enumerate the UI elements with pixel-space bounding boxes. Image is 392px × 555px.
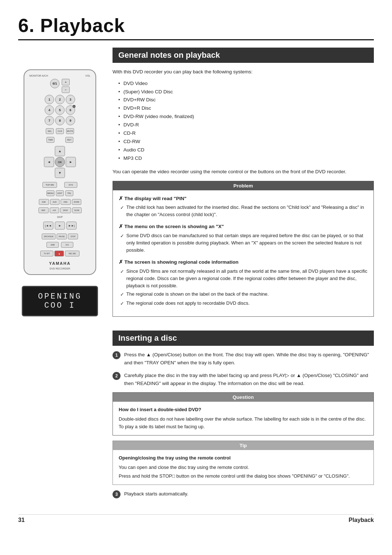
list-item: (Super) Video CD Disc — [118, 88, 374, 96]
btn-skip-fwd[interactable]: ►►| — [66, 222, 77, 230]
outro-text: You can operate the video recorder using… — [113, 168, 374, 176]
btn-shuffle[interactable]: SHUF — [60, 207, 71, 213]
btn-2[interactable]: 2 — [55, 95, 65, 104]
btn-down[interactable]: ▼ — [55, 168, 65, 178]
btn-repeat[interactable]: REP — [38, 207, 49, 213]
btn-tvshift[interactable]: TV SFT — [40, 251, 53, 256]
btn-angle[interactable]: ANG — [61, 199, 71, 205]
footer-chapter: Playback — [349, 517, 374, 523]
btn-ab[interactable]: A-B — [50, 207, 59, 213]
right-column: General notes on playback With this DVD … — [113, 48, 374, 503]
btn-skip-back[interactable]: |◄◄ — [43, 222, 53, 230]
btn-topmenu[interactable]: TOP MN — [42, 182, 57, 188]
question-subtitle: How do I insert a double-sided DVD? — [119, 406, 368, 414]
tip-subtitle: Opening/closing the tray using the remot… — [119, 454, 368, 462]
btn-rec[interactable]: ● — [54, 251, 64, 256]
check-item-1-1: ✓ The child lock has been activated for … — [120, 204, 368, 218]
btn-7[interactable]: 7 — [45, 116, 54, 125]
main-layout: MONITOR A/CH VOL 6/1 + − 1 2 3 4 5 — [18, 48, 374, 503]
btn-clear[interactable]: CLR — [56, 128, 64, 134]
list-item: DVD-R — [118, 121, 374, 129]
inserting-disc-header: Inserting a disc — [113, 331, 374, 346]
btn-9[interactable]: 9 — [66, 116, 75, 125]
remote-control: MONITOR A/CH VOL 6/1 + − 1 2 3 4 5 — [24, 69, 96, 275]
btn-ch-down[interactable]: − — [62, 86, 70, 93]
btn-search[interactable]: SRCH/SLW — [42, 234, 56, 239]
transport-controls: |◄◄ ► ►►| — [29, 222, 90, 230]
btn-audio[interactable]: AUD — [50, 199, 60, 205]
list-item: DVD+R Disc — [118, 104, 374, 113]
btn-return[interactable]: RET — [65, 137, 73, 143]
tip-line-2: Press and hold the STOP□ button on the r… — [119, 473, 368, 480]
list-item: MP3 CD — [118, 154, 374, 163]
list-item: CD-R — [118, 129, 374, 138]
btn-recmode[interactable]: REC MD — [65, 251, 79, 256]
btn-trl[interactable]: TRL — [65, 190, 73, 196]
problem-title-1: ✗ The display will read "PIN" — [119, 195, 368, 203]
problem-title-3: ✗ The screen is showing regional code in… — [119, 258, 368, 266]
list-item: DVD Video — [118, 80, 374, 88]
btn-pause[interactable]: PAUSE — [57, 234, 67, 239]
btn-subtitle[interactable]: SUB — [39, 199, 49, 205]
header-rule — [18, 39, 374, 40]
btn-scan[interactable]: SCAN — [72, 207, 82, 213]
btn-menu[interactable]: MENU — [46, 190, 54, 196]
menu-edit-trl: MENU EDIT TRL — [29, 190, 90, 196]
btn-zoom[interactable]: ZOOM — [72, 199, 81, 205]
check-text-3-2: The regional code is shown on the label … — [126, 291, 269, 298]
tip-box-header: Tip — [113, 441, 373, 450]
question-box: Question How do I insert a double-sided … — [113, 392, 374, 435]
check-item-2-1: ✓ Some DVD discs can be manufactured so … — [120, 232, 368, 254]
btn-left[interactable]: ◄ — [44, 157, 54, 167]
step-1-num: 1 — [113, 351, 121, 359]
btn-1[interactable]: 1 — [45, 95, 54, 104]
problem-title-2: ✗ The menu on the screen is showing an "… — [119, 223, 368, 231]
btn-select[interactable]: SEL — [46, 128, 54, 134]
btn-3[interactable]: 3 — [66, 95, 75, 104]
page-container: 6. Playback MONITOR A/CH VOL 6/1 + − — [0, 0, 392, 555]
btn-dimmer[interactable]: DIM — [46, 242, 59, 248]
tip-box-body: Opening/closing the tray using the remot… — [113, 450, 373, 485]
remote-top-buttons: 6/1 + − — [29, 79, 90, 93]
problem-item-2: ✗ The menu on the screen is showing an "… — [119, 223, 368, 254]
btn-timer[interactable]: TMR — [46, 137, 54, 143]
btn-edit[interactable]: EDIT — [56, 190, 64, 196]
display-panel: OPENING COO I — [22, 286, 98, 316]
btn-right[interactable]: ► — [66, 157, 76, 167]
btn-system[interactable]: SYS — [64, 182, 77, 188]
step-2: 2 Carefully place the disc in the tray w… — [113, 372, 374, 387]
tip-line-1: You can open and close the disc tray usi… — [119, 464, 368, 471]
select-clear-mute: SEL CLR MUTE — [29, 128, 90, 134]
btn-mute[interactable]: MUTE — [66, 128, 74, 134]
topmenu-system: TOP MN SYS — [29, 182, 90, 188]
page-header: 6. Playback — [18, 15, 374, 36]
step-3-text: Playback starts automatically. — [124, 490, 374, 498]
problem-box-header: Problem — [113, 181, 373, 190]
dimmer-row: DIM 0:0 — [29, 242, 90, 248]
step-3-num: 3 — [113, 490, 121, 498]
general-notes-section: General notes on playback With this DVD … — [113, 48, 374, 322]
btn-stop[interactable]: STOP — [68, 234, 78, 239]
btn-6-1[interactable]: 6/1 — [50, 79, 60, 88]
remote-num-pad: 1 2 3 4 5 6 + 7 8 9 — [45, 95, 75, 125]
list-item: CD-RW — [118, 138, 374, 146]
check-item-3-1: ✓ Since DVD films are not normally relea… — [120, 268, 368, 289]
btn-4[interactable]: 4 — [45, 105, 54, 115]
btn-ok[interactable]: OK — [55, 157, 65, 167]
problem-box-body: ✗ The display will read "PIN" ✓ The chil… — [113, 190, 373, 317]
btn-up[interactable]: ▲ — [55, 146, 65, 156]
btn-counter[interactable]: 0:0 — [61, 242, 73, 248]
btn-play[interactable]: ► — [55, 222, 65, 230]
btn-5[interactable]: 5 — [55, 105, 65, 115]
btn-8[interactable]: 8 — [55, 116, 65, 125]
btn-6[interactable]: 6 + — [66, 105, 75, 115]
chapter-title: 6. Playback — [18, 15, 374, 36]
skip-row-label: SKIP — [29, 216, 90, 218]
check-item-3-2: ✓ The regional code is shown on the labe… — [120, 291, 368, 299]
question-box-header: Question — [113, 393, 373, 402]
check-text-3-1: Since DVD films are not normally release… — [126, 268, 368, 289]
btn-ch-up[interactable]: + — [62, 79, 70, 85]
footer-page-num: 31 — [18, 517, 25, 523]
check-text-3-3: The regional code does not apply to reco… — [126, 300, 250, 307]
general-notes-header: General notes on playback — [113, 48, 374, 63]
